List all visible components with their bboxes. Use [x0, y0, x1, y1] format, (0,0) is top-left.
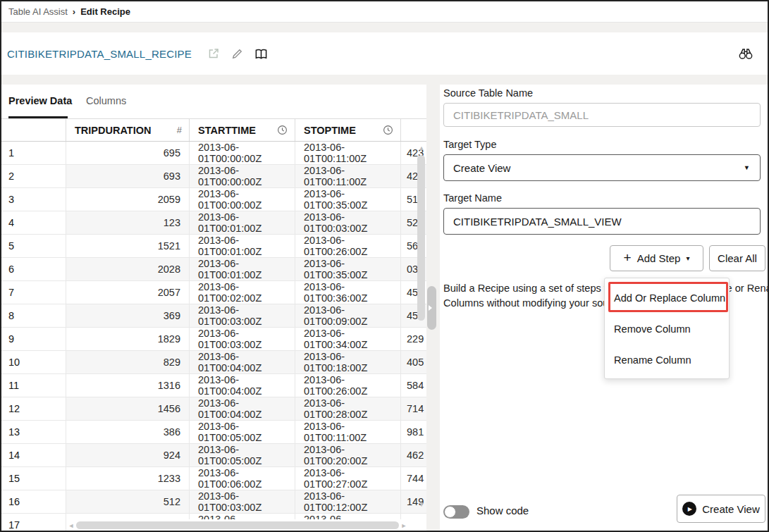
- cell-stoptime: 2013-06-01T00:26:00Z: [295, 374, 401, 397]
- cell-starttime: 2013-06-01T00:01:00Z: [190, 258, 295, 281]
- breadcrumb: Table AI Assist › Edit Recipe: [1, 1, 768, 23]
- preview-panel: Preview Data Columns TRIPDURATION # STAR…: [1, 85, 426, 531]
- cell-starttime: 2013-06-01T00:02:00Z: [190, 281, 295, 304]
- column-header-stoptime[interactable]: STOPTIME: [295, 119, 401, 141]
- cell-starttime: 2013-06-01T00:00:00Z: [190, 142, 295, 165]
- caret-down-icon: ▾: [686, 254, 689, 262]
- cell-clipped: 584: [401, 374, 426, 397]
- cell-starttime: 2013-06-01T00:05:00Z: [190, 421, 295, 444]
- create-view-button[interactable]: ▶ Create View: [677, 495, 765, 523]
- scroll-up-arrow-icon[interactable]: ▲: [417, 144, 426, 152]
- column-label: TRIPDURATION: [75, 125, 151, 136]
- cell-clipped: 744: [401, 467, 426, 490]
- add-step-label: Add Step: [637, 252, 681, 264]
- cell-clipped: 405: [401, 351, 426, 374]
- clear-all-button[interactable]: Clear All: [709, 245, 765, 271]
- cell-stoptime: 2013-06-01T00:11:00Z: [295, 165, 401, 188]
- cell-starttime: 2013-06-01T00:04:00Z: [190, 397, 295, 421]
- cell-tripduration: 924: [66, 444, 190, 467]
- cell-stoptime: 2013-06-01T00:03:00Z: [295, 211, 401, 235]
- table-row[interactable]: 3 2059 2013-06-01T00:00:00Z 2013-06-01T0…: [1, 188, 426, 211]
- table-row[interactable]: 13 386 2013-06-01T00:05:00Z 2013-06-01T0…: [1, 421, 426, 444]
- breadcrumb-separator-icon: ›: [73, 6, 75, 17]
- open-recipe-icon[interactable]: [202, 43, 226, 64]
- table-row[interactable]: 16 512 2013-06-01T00:03:00Z 2013-06-01T0…: [1, 490, 426, 514]
- number-type-icon: #: [177, 125, 182, 135]
- breadcrumb-table-ai-assist[interactable]: Table AI Assist: [8, 6, 68, 17]
- clock-icon: [277, 125, 288, 135]
- page-title: CITIBIKETRIPDATA_SMALL_RECIPE: [7, 48, 192, 60]
- table-body: 1 695 2013-06-01T00:00:00Z 2013-06-01T00…: [1, 142, 426, 531]
- table-row[interactable]: 7 2057 2013-06-01T00:02:00Z 2013-06-01T0…: [1, 281, 426, 304]
- column-header-starttime[interactable]: STARTTIME: [190, 119, 295, 141]
- play-icon: ▶: [682, 502, 696, 516]
- table-row[interactable]: 8 369 2013-06-01T00:03:00Z 2013-06-01T00…: [1, 304, 426, 328]
- scroll-down-arrow-icon[interactable]: ▼: [417, 500, 426, 509]
- table-row[interactable]: 11 1316 2013-06-01T00:04:00Z 2013-06-01T…: [1, 374, 426, 397]
- recipe-form-panel: Source Table Name Target Type Create Vie…: [440, 85, 769, 531]
- row-number-cell: 11: [1, 374, 66, 397]
- row-number-cell: 6: [1, 258, 66, 281]
- vertical-scrollbar[interactable]: [417, 155, 425, 321]
- target-type-value: Create View: [453, 162, 510, 174]
- row-number-cell: 12: [1, 397, 66, 421]
- column-label: STARTTIME: [198, 125, 256, 136]
- tab-columns[interactable]: Columns: [86, 95, 126, 106]
- book-icon[interactable]: [250, 43, 273, 64]
- splitter-arrow-icon: [429, 305, 432, 311]
- table-row[interactable]: 5 1521 2013-06-01T00:01:00Z 2013-06-01T0…: [1, 235, 426, 258]
- target-type-select[interactable]: Create View ▼: [443, 154, 761, 181]
- row-number-cell: 7: [1, 281, 66, 304]
- scroll-right-arrow-icon[interactable]: ►: [399, 522, 409, 529]
- target-name-input[interactable]: [443, 208, 761, 235]
- cell-stoptime: 2013-06-01T00:12:00Z: [295, 490, 401, 514]
- add-step-dropdown-menu: Add Or Replace Column Remove Column Rena…: [604, 278, 730, 379]
- menu-item-add-or-replace-column[interactable]: Add Or Replace Column: [605, 283, 729, 314]
- cell-stoptime: 2013-06-01T00:20:00Z: [295, 444, 401, 467]
- table-row[interactable]: 10 829 2013-06-01T00:04:00Z 2013-06-01T0…: [1, 351, 426, 374]
- horizontal-scrollbar-track: ◄ ►: [66, 519, 426, 531]
- cell-clipped: 714: [401, 397, 426, 421]
- scroll-left-arrow-icon[interactable]: ◄: [66, 522, 76, 529]
- column-header-tripduration[interactable]: TRIPDURATION #: [66, 119, 190, 141]
- table-row[interactable]: 4 123 2013-06-01T00:01:00Z 2013-06-01T00…: [1, 211, 426, 235]
- table-row[interactable]: 1 695 2013-06-01T00:00:00Z 2013-06-01T00…: [1, 142, 426, 165]
- table-row[interactable]: 12 1456 2013-06-01T00:04:00Z 2013-06-01T…: [1, 397, 426, 421]
- table-row[interactable]: 9 1829 2013-06-01T00:03:00Z 2013-06-01T0…: [1, 328, 426, 351]
- pencil-icon[interactable]: [226, 43, 250, 64]
- source-table-input[interactable]: [443, 103, 761, 127]
- cell-stoptime: 2013-06-01T00:11:00Z: [295, 142, 401, 165]
- cell-stoptime: 2013-06-01T00:34:00Z: [295, 328, 401, 351]
- create-view-label: Create View: [702, 503, 759, 515]
- menu-item-remove-column[interactable]: Remove Column: [605, 314, 729, 345]
- chevron-down-icon: ▼: [744, 164, 750, 171]
- title-bar: CITIBIKETRIPDATA_SMALL_RECIPE: [1, 32, 768, 75]
- row-number-cell: 4: [1, 211, 66, 235]
- binoculars-icon[interactable]: [734, 43, 758, 64]
- show-code-label: Show code: [476, 505, 529, 516]
- horizontal-scrollbar[interactable]: [76, 521, 399, 529]
- table-row[interactable]: 2 693 2013-06-01T00:00:00Z 2013-06-01T00…: [1, 165, 426, 188]
- column-header-clipped: [401, 119, 426, 141]
- table-row[interactable]: 15 1233 2013-06-01T00:06:00Z 2013-06-01T…: [1, 467, 426, 490]
- toggle-knob: [444, 506, 456, 518]
- cell-clipped: 981: [401, 421, 426, 444]
- tab-bar: Preview Data Columns: [1, 85, 426, 118]
- row-number-cell: 15: [1, 467, 66, 490]
- cell-tripduration: 1521: [66, 235, 190, 258]
- show-code-toggle[interactable]: [443, 505, 469, 519]
- clock-icon: [383, 125, 393, 135]
- cell-tripduration: 1456: [66, 397, 190, 421]
- menu-item-rename-column[interactable]: Rename Column: [605, 345, 729, 376]
- row-number-cell: 8: [1, 304, 66, 328]
- target-type-label: Target Type: [443, 139, 497, 150]
- row-number-cell: 17: [1, 514, 66, 531]
- table-row[interactable]: 14 924 2013-06-01T00:05:00Z 2013-06-01T0…: [1, 444, 426, 467]
- panel-splitter-handle[interactable]: [427, 286, 436, 330]
- table-row[interactable]: 6 2028 2013-06-01T00:01:00Z 2013-06-01T0…: [1, 258, 426, 281]
- tab-preview-data[interactable]: Preview Data: [8, 95, 72, 106]
- cell-starttime: 2013-06-01T00:01:00Z: [190, 235, 295, 258]
- cell-stoptime: 2013-06-01T00:35:00Z: [295, 188, 401, 211]
- row-number-cell: 13: [1, 421, 66, 444]
- add-step-button[interactable]: + Add Step ▾: [610, 245, 703, 271]
